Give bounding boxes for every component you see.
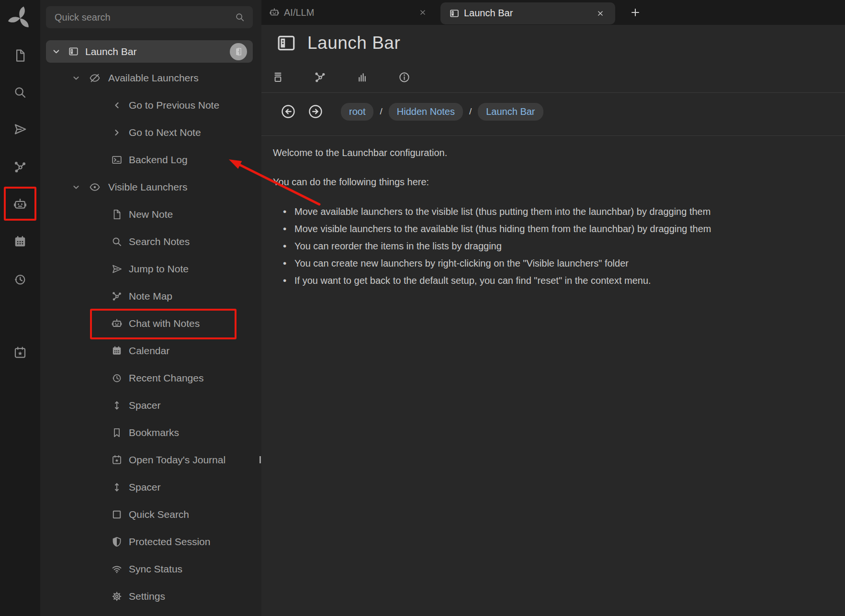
launcher-note-map[interactable] xyxy=(0,156,40,179)
note-tree-sidebar: Launch Bar Available LaunchersGo to Prev… xyxy=(40,0,261,616)
tab-label: AI/LLM xyxy=(284,7,314,18)
note-title[interactable]: Launch Bar xyxy=(307,33,400,53)
chevron-down-icon[interactable] xyxy=(51,46,62,57)
tree-item-go-to-previous-note[interactable]: Go to Previous Note xyxy=(40,91,261,119)
wifi-icon xyxy=(111,563,123,575)
tree-item-sync-status[interactable]: Sync Status xyxy=(40,555,261,582)
tree-item-label: Visible Launchers xyxy=(108,181,187,193)
quick-search-box[interactable] xyxy=(46,6,253,28)
quick-search-input[interactable] xyxy=(55,12,235,23)
tree-item-bookmarks[interactable]: Bookmarks xyxy=(40,419,261,446)
breadcrumb: root/Hidden Notes/Launch Bar xyxy=(261,102,543,121)
tree-item-open-today-s-journal[interactable]: Open Today's Journal xyxy=(40,446,261,473)
new-tab-button[interactable] xyxy=(628,5,642,20)
trilium-logo-icon xyxy=(8,5,33,32)
breadcrumb-root[interactable]: root xyxy=(341,103,373,121)
tab-label: Launch Bar xyxy=(464,8,513,19)
launcher-jump-to-note[interactable] xyxy=(0,118,40,141)
instruction-item: Move available launchers to the visible … xyxy=(283,203,711,220)
unhide-button[interactable] xyxy=(230,43,247,60)
calendar-icon xyxy=(13,235,27,249)
robot-icon xyxy=(111,318,123,329)
tree-item-available-launchers[interactable]: Available Launchers xyxy=(40,64,261,91)
intro-text: You can do the following things here: xyxy=(273,177,429,188)
tab-close-button[interactable] xyxy=(596,9,605,18)
tree-item-label: Go to Next Note xyxy=(129,127,201,138)
tree-item-spacer[interactable]: Spacer xyxy=(40,473,261,501)
square-icon xyxy=(111,509,123,520)
tree-item-label: Settings xyxy=(129,591,165,602)
robot-icon xyxy=(13,197,27,212)
file-icon xyxy=(111,209,123,220)
tab-close-button[interactable] xyxy=(418,8,427,17)
tree-item-label: Note Map xyxy=(129,291,172,302)
tree-item-new-note[interactable]: New Note xyxy=(40,201,261,228)
tree-item-label: Sync Status xyxy=(129,563,182,575)
tree-item-jump-to-note[interactable]: Jump to Note xyxy=(40,255,261,282)
tree-item-label: Go to Previous Note xyxy=(129,100,219,111)
tree-item-visible-launchers[interactable]: Visible Launchers xyxy=(40,173,261,201)
tree-item-settings[interactable]: Settings xyxy=(40,582,261,610)
chevron-down-icon[interactable] xyxy=(71,73,81,83)
tree-item-label: Spacer xyxy=(129,482,161,493)
tree-item-label: Bookmarks xyxy=(129,427,179,438)
ribbon-note-map-button[interactable] xyxy=(304,69,346,85)
tree-item-label: Protected Session xyxy=(129,536,210,548)
tree-item-launch-bar-root[interactable]: Launch Bar xyxy=(46,40,253,63)
send-icon xyxy=(13,122,27,136)
eye-icon xyxy=(89,181,101,193)
send-icon xyxy=(111,263,123,275)
tab-ai-llm[interactable]: AI/LLM xyxy=(261,0,440,25)
tree-item-label: Recent Changes xyxy=(129,372,203,384)
tree-item-label: Spacer xyxy=(129,400,161,411)
chevron-down-icon[interactable] xyxy=(71,182,81,192)
tree-item-label: Chat with Notes xyxy=(129,318,200,329)
divider xyxy=(261,92,845,93)
breadcrumb-separator: / xyxy=(469,106,472,117)
breadcrumb-launch-bar[interactable]: Launch Bar xyxy=(478,103,543,121)
launch-bar-icon xyxy=(68,46,79,57)
instruction-item: If you want to get back to the default s… xyxy=(283,272,711,289)
tree-item-quick-search[interactable]: Quick Search xyxy=(40,501,261,528)
launcher-new-note[interactable] xyxy=(0,44,40,67)
eye-slash-icon xyxy=(89,72,101,84)
welcome-text: Welcome to the Launchbar configuration. xyxy=(273,147,447,158)
robot-icon xyxy=(269,7,280,18)
breadcrumb-hidden-notes[interactable]: Hidden Notes xyxy=(389,103,463,121)
bar-chart-icon xyxy=(356,71,369,84)
tree-item-note-map[interactable]: Note Map xyxy=(40,282,261,310)
tree-item-chat-with-notes[interactable]: Chat with Notes xyxy=(40,310,261,337)
tab-launch-bar[interactable]: Launch Bar xyxy=(440,2,615,24)
ribbon-info-button[interactable] xyxy=(388,69,430,85)
launcher-bar xyxy=(0,0,40,616)
instruction-item: Move visible launchers to the available … xyxy=(283,220,711,237)
history-back-button[interactable] xyxy=(280,103,296,120)
launcher-chat-with-notes[interactable] xyxy=(0,193,40,216)
breadcrumb-separator: / xyxy=(380,106,382,117)
tree-item-recent-changes[interactable]: Recent Changes xyxy=(40,364,261,392)
note-title-row: Launch Bar xyxy=(261,33,400,54)
launcher-calendar[interactable] xyxy=(0,230,40,253)
close-icon xyxy=(419,9,426,16)
tree-item-spacer[interactable]: Spacer xyxy=(40,392,261,419)
tree-item-calendar[interactable]: Calendar xyxy=(40,337,261,364)
tree-item-label: Jump to Note xyxy=(129,263,189,275)
instruction-item: You can create new launchers by right-cl… xyxy=(283,255,711,272)
tree-item-protected-session[interactable]: Protected Session xyxy=(40,528,261,555)
launcher-recent-changes[interactable] xyxy=(0,268,40,291)
tree-item-label: Available Launchers xyxy=(108,72,199,84)
history-forward-button[interactable] xyxy=(307,103,324,120)
tree-item-backend-log[interactable]: Backend Log xyxy=(40,146,261,173)
launch-bar-icon xyxy=(276,33,297,54)
door-open-icon xyxy=(233,46,244,57)
ribbon-bar-chart-button[interactable] xyxy=(346,69,388,85)
launch-bar-icon xyxy=(449,8,460,19)
tree-item-label: Search Notes xyxy=(129,236,190,247)
launcher-search[interactable] xyxy=(0,81,40,104)
spacer-icon xyxy=(111,482,123,493)
launcher-open-todays-journal[interactable] xyxy=(0,341,40,364)
plus-icon xyxy=(630,7,641,18)
ribbon-archive-button[interactable] xyxy=(261,69,304,85)
tree-item-search-notes[interactable]: Search Notes xyxy=(40,228,261,255)
tree-item-go-to-next-note[interactable]: Go to Next Note xyxy=(40,119,261,146)
